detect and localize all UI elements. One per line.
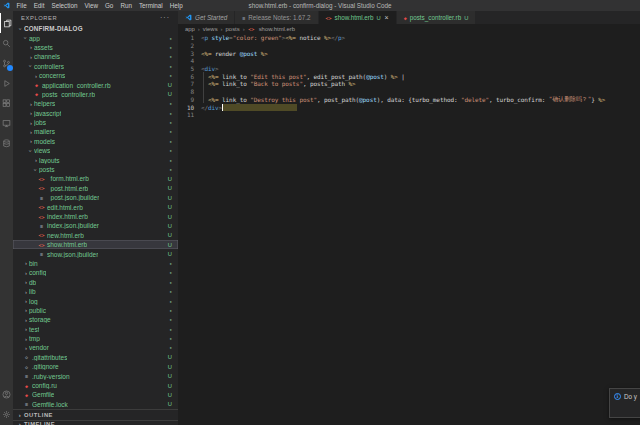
tree-item-channels[interactable]: ›channels●	[13, 52, 178, 61]
tree-item-vendor[interactable]: ›vendor●	[13, 343, 178, 352]
code-line-content	[194, 57, 201, 65]
tree-item-storage[interactable]: ›storage●	[13, 315, 178, 324]
tree-item-jobs[interactable]: ›jobs●	[13, 118, 178, 127]
tree-item-posts-controller-rb[interactable]: ◆posts_controller.rbU	[13, 90, 178, 99]
tree-item-posts[interactable]: ›posts●	[13, 165, 178, 174]
settings-icon[interactable]	[0, 404, 13, 424]
extensions-icon[interactable]	[0, 93, 13, 113]
vscode-logo-icon	[3, 2, 10, 9]
code-token: %>	[261, 50, 268, 57]
tree-item-gitignore[interactable]: ◇.gitignoreU	[13, 362, 178, 371]
menu-edit[interactable]: Edit	[30, 2, 48, 9]
outline-section[interactable]: › OUTLINE	[13, 409, 178, 420]
search-icon[interactable]	[0, 33, 13, 53]
code-token: div	[208, 104, 219, 111]
menu-file[interactable]: File	[13, 2, 30, 9]
account-icon[interactable]	[0, 384, 13, 404]
code-line-1[interactable]: 1<p style="color: green"><%= notice %></…	[178, 34, 640, 42]
tree-item-views[interactable]: ›views●	[13, 146, 178, 155]
tab-posts-controller-rb[interactable]: ◆posts_controller.rbU	[397, 11, 477, 24]
tree-item-gemfile-lock[interactable]: ≡Gemfile.lockU	[13, 400, 178, 409]
code-line-5[interactable]: 5<div>	[178, 65, 640, 73]
code-line-11[interactable]: 11	[178, 111, 640, 119]
tree-item-index-json-jbuilder[interactable]: ≡index.json.jbuilderU	[13, 221, 178, 230]
tree-item-index-html-erb[interactable]: <>index.html.erbU	[13, 212, 178, 221]
doc-file-icon: ≡	[242, 15, 245, 21]
tree-item-concerns[interactable]: ›concerns●	[13, 71, 178, 80]
menubar: FileEditSelectionViewGoRunTerminalHelp	[13, 2, 186, 9]
tree-item-ruby-version[interactable]: ≡.ruby-versionU	[13, 371, 178, 380]
tree-item-label: app	[29, 35, 40, 42]
tree-item-helpers[interactable]: ›helpers●	[13, 99, 178, 108]
database-icon[interactable]	[0, 133, 13, 153]
tree-item-assets[interactable]: ›assets●	[13, 43, 178, 52]
tree-item-new-html-erb[interactable]: <>new.html.erbU	[13, 231, 178, 240]
tree-item-controllers[interactable]: ›controllers●	[13, 62, 178, 71]
source-control-badge	[7, 65, 13, 71]
tree-item-config[interactable]: ›config●	[13, 268, 178, 277]
tree-item-gemfile[interactable]: ◆GemfileU	[13, 390, 178, 399]
tree-item-gitattributes[interactable]: ◇.gitattributesU	[13, 353, 178, 362]
tree-item-tmp[interactable]: ›tmp●	[13, 334, 178, 343]
tree-item-mailers[interactable]: ›mailers●	[13, 127, 178, 136]
chevron-separator-icon: ›	[198, 26, 200, 32]
tab-show-html-erb[interactable]: <>show.html.erbU×	[319, 11, 397, 24]
code-line-9[interactable]: 9 <%= link_to "Destroy this post", post_…	[178, 96, 640, 104]
git-modified-dot: ●	[170, 308, 178, 313]
code-editor[interactable]: 1<p style="color: green"><%= notice %></…	[178, 33, 640, 425]
tree-item-application-controller-rb[interactable]: ◆application_controller.rbU	[13, 80, 178, 89]
tree-item-models[interactable]: ›models●	[13, 137, 178, 146]
tree-item-bin[interactable]: ›bin●	[13, 259, 178, 268]
code-line-3[interactable]: 3<%= render @post %>	[178, 49, 640, 57]
code-line-6[interactable]: 6 <%= link_to "Edit this post", edit_pos…	[178, 72, 640, 80]
menu-run[interactable]: Run	[117, 2, 136, 9]
git-modified-dot: ●	[170, 158, 178, 163]
tree-item-db[interactable]: ›db●	[13, 278, 178, 287]
menu-view[interactable]: View	[81, 2, 102, 9]
breadcrumb-item-show-html-erb[interactable]: show.html.erb	[259, 26, 295, 32]
menu-help[interactable]: Help	[166, 2, 186, 9]
tree-item-app[interactable]: ›app●	[13, 33, 178, 42]
source-control-icon[interactable]	[0, 53, 13, 73]
notification-toast[interactable]: i Do y	[609, 388, 640, 418]
tree-item-show-json-jbuilder[interactable]: ≡show.json.jbuilderU	[13, 249, 178, 258]
tree-item-public[interactable]: ›public●	[13, 306, 178, 315]
code-line-10[interactable]: 10</div>	[178, 103, 640, 111]
tree-item-post-html-erb[interactable]: <>_post.html.erbU	[13, 184, 178, 193]
tree-item-confirm-dialog[interactable]: ›CONFIRM-DIALOG	[13, 24, 178, 33]
code-line-4[interactable]: 4	[178, 57, 640, 65]
git-modified-dot: ●	[170, 120, 178, 125]
breadcrumb-item-posts[interactable]: posts	[226, 26, 240, 32]
tree-item-label: vendor	[29, 344, 49, 351]
menu-selection[interactable]: Selection	[48, 2, 81, 9]
tree-item-label: channels	[34, 53, 60, 60]
menu-terminal[interactable]: Terminal	[135, 2, 166, 9]
breadcrumb-item-app[interactable]: app	[185, 26, 195, 32]
timeline-section[interactable]: › TIMELINE	[13, 420, 178, 425]
code-token: <%=	[285, 34, 299, 41]
tree-item-javascript[interactable]: ›javascript●	[13, 109, 178, 118]
tree-item-show-html-erb[interactable]: <>show.html.erbU	[13, 240, 178, 249]
tree-item-log[interactable]: ›log●	[13, 296, 178, 305]
explorer-actions-icon[interactable]: ···	[160, 14, 170, 21]
run-debug-icon[interactable]	[0, 73, 13, 93]
code-line-2[interactable]: 2	[178, 42, 640, 50]
tree-item-edit-html-erb[interactable]: <>edit.html.erbU	[13, 202, 178, 211]
tree-item-lib[interactable]: ›lib●	[13, 287, 178, 296]
git-untracked-badge: U	[168, 185, 178, 191]
menu-go[interactable]: Go	[101, 2, 116, 9]
code-line-7[interactable]: 7 <%= link_to "Back to posts", posts_pat…	[178, 80, 640, 88]
remote-explorer-icon[interactable]	[0, 113, 13, 133]
tree-item-test[interactable]: ›test●	[13, 325, 178, 334]
indent-guide	[203, 80, 204, 88]
explorer-icon[interactable]	[0, 13, 13, 33]
tree-item-post-json-jbuilder[interactable]: ≡_post.json.jbuilderU	[13, 193, 178, 202]
close-icon[interactable]: ×	[385, 14, 389, 21]
tree-item-form-html-erb[interactable]: <>_form.html.erbU	[13, 174, 178, 183]
tree-item-layouts[interactable]: ›layouts●	[13, 155, 178, 164]
editor-group: Get Started≡Release Notes: 1.67.2<>show.…	[178, 11, 640, 425]
tree-item-config-ru[interactable]: ◆config.ruU	[13, 381, 178, 390]
breadcrumb-item-views[interactable]: views	[203, 26, 218, 32]
tab-get-started[interactable]: Get Started	[178, 11, 235, 24]
tab-release-notes-1-67-2[interactable]: ≡Release Notes: 1.67.2	[235, 11, 318, 24]
